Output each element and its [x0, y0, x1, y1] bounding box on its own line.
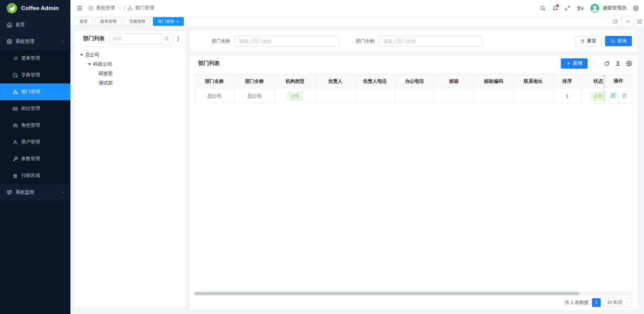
- column-header[interactable]: 联系地址: [514, 75, 553, 88]
- tab-dept-mgmt[interactable]: 部门管理 x: [153, 17, 184, 26]
- delete-button[interactable]: [622, 93, 627, 98]
- tree-node-label: 科技公司: [93, 61, 112, 67]
- column-header[interactable]: 排序: [553, 75, 582, 88]
- tree-node-child[interactable]: 科技公司: [75, 60, 185, 69]
- org-chart-icon: [13, 89, 18, 95]
- caret-down-icon[interactable]: [88, 63, 91, 65]
- chevron-down-icon: [626, 19, 631, 24]
- sidebar-item-post-mgmt[interactable]: 岗位管理: [0, 100, 70, 117]
- filter-label: 部门全称: [356, 38, 375, 44]
- table-toolbar: 新增: [561, 58, 632, 69]
- list-icon: [13, 56, 18, 61]
- filter-dept-fullname: 部门全称: [356, 36, 483, 47]
- table-card-header: 部门列表 新增: [190, 55, 638, 71]
- table-refresh-button[interactable]: [604, 61, 610, 66]
- sidebar-item-region-mgmt[interactable]: 行政区域: [0, 167, 70, 184]
- close-icon[interactable]: x: [177, 20, 179, 23]
- header-actions: 文A 超级管理员: [540, 4, 639, 13]
- row-height-button[interactable]: [615, 61, 621, 66]
- edit-icon: [610, 93, 616, 98]
- filter-bar: 部门名称 部门全称 重置 查询: [190, 31, 638, 51]
- tree-more-menu[interactable]: [175, 36, 181, 42]
- sidebar-item-dict-mgmt[interactable]: A 字典管理: [0, 67, 70, 83]
- gear-icon: [7, 39, 12, 44]
- table-header-row: 部门名称 部门全称 机构类型 负责人 负责人电话 办公电话 邮箱 邮政编码 联系…: [194, 74, 632, 88]
- tab-bar: 首页 菜单管理 字典管理 部门管理 x: [70, 16, 644, 27]
- sidebar-item-label: 行政区域: [21, 173, 40, 179]
- sidebar-item-label: 用户管理: [21, 139, 40, 145]
- sidebar-item-system-mgmt[interactable]: 系统管理: [0, 33, 70, 50]
- column-header[interactable]: 邮政编码: [474, 75, 514, 88]
- sidebar: Coffee Admin 首页 系统管理 菜单管理 A 字典管理 部门管理 岗位…: [0, 0, 70, 314]
- tree-search: [109, 34, 172, 44]
- column-header[interactable]: 部门名称: [194, 75, 234, 88]
- tab-home[interactable]: 首页: [74, 17, 93, 26]
- column-header[interactable]: 邮箱: [434, 75, 474, 88]
- sidebar-item-role-mgmt[interactable]: 角色管理: [0, 117, 70, 134]
- app-logo[interactable]: Coffee Admin: [0, 0, 70, 16]
- tree-node-label: 测试部: [99, 80, 113, 86]
- page-size-select[interactable]: 10 条/页: [604, 298, 632, 307]
- id-badge-icon: [13, 106, 18, 111]
- action-divider: [619, 93, 619, 98]
- sidebar-item-param-mgmt[interactable]: 参数管理: [0, 150, 70, 167]
- sidebar-item-home[interactable]: 首页: [0, 16, 70, 33]
- row-height-icon: [615, 61, 621, 66]
- horizontal-scrollbar-track[interactable]: [194, 292, 632, 295]
- column-header[interactable]: 办公电话: [395, 75, 434, 88]
- reset-button[interactable]: 重置: [575, 36, 602, 46]
- search-icon[interactable]: [540, 5, 546, 11]
- page-button-1[interactable]: 1: [592, 298, 601, 307]
- column-header[interactable]: 负责人电话: [355, 75, 395, 88]
- caret-down-icon[interactable]: [80, 54, 83, 56]
- dept-name-input[interactable]: [234, 36, 338, 47]
- settings-gear-icon[interactable]: [633, 5, 639, 11]
- column-header-action: 操作: [605, 74, 632, 88]
- sidebar-item-menu-mgmt[interactable]: 菜单管理: [0, 50, 70, 67]
- fullscreen-icon[interactable]: [565, 5, 570, 11]
- bank-icon: [13, 173, 18, 178]
- sidebar-item-dept-mgmt[interactable]: 部门管理: [0, 83, 70, 100]
- refresh-icon: [604, 61, 610, 66]
- tree-panel-header: 部门列表: [75, 31, 185, 47]
- breadcrumb-item-dept[interactable]: 部门管理: [135, 5, 154, 11]
- table-title: 部门列表: [198, 60, 220, 67]
- tab-list-dropdown[interactable]: [622, 16, 634, 26]
- org-type-tag: 公司: [287, 92, 303, 100]
- notification-bell[interactable]: [552, 5, 558, 11]
- tree-search-button[interactable]: [161, 34, 172, 44]
- tree-node-leaf[interactable]: 研发部: [75, 69, 185, 78]
- search-button[interactable]: 查询: [605, 36, 632, 46]
- column-header[interactable]: 负责人: [316, 75, 355, 88]
- column-settings-button[interactable]: [626, 61, 632, 66]
- monitor-icon: [7, 190, 12, 195]
- cell-email: [434, 88, 474, 104]
- column-header[interactable]: 部门全称: [234, 75, 275, 88]
- sidebar-item-user-mgmt[interactable]: 用户管理: [0, 134, 70, 150]
- search-label: 查询: [617, 38, 627, 44]
- pagination-total: 共 1 条数据: [565, 300, 589, 306]
- content-fullscreen-button[interactable]: [634, 16, 644, 26]
- wrench-icon: [13, 156, 18, 162]
- app-title: Coffee Admin: [21, 5, 59, 12]
- add-button[interactable]: 新增: [561, 58, 588, 69]
- tab-dict-mgmt[interactable]: 字典管理: [124, 17, 150, 26]
- breadcrumb: 系统管理 / 部门管理: [88, 5, 154, 11]
- avatar[interactable]: [590, 4, 599, 13]
- tree-search-input[interactable]: [109, 34, 161, 44]
- username[interactable]: 超级管理员: [603, 5, 626, 11]
- column-header[interactable]: 机构类型: [275, 75, 316, 88]
- table-row[interactable]: 总公司 总公司 公司 1 正常: [194, 88, 632, 104]
- sidebar-item-monitor[interactable]: 系统监控: [0, 184, 70, 201]
- tab-menu-mgmt[interactable]: 菜单管理: [95, 17, 121, 26]
- menu-fold-icon[interactable]: [76, 5, 83, 11]
- refresh-tab-button[interactable]: [609, 16, 622, 26]
- tree-node-root[interactable]: 总公司: [75, 50, 185, 60]
- edit-button[interactable]: [610, 93, 616, 98]
- dept-fullname-input[interactable]: [379, 36, 483, 47]
- horizontal-scrollbar-thumb[interactable]: [194, 292, 579, 295]
- breadcrumb-item-system[interactable]: 系统管理: [96, 5, 115, 11]
- translate-icon[interactable]: 文A: [577, 6, 584, 10]
- sidebar-item-label: 参数管理: [21, 156, 40, 162]
- tree-node-leaf[interactable]: 测试部: [75, 78, 185, 88]
